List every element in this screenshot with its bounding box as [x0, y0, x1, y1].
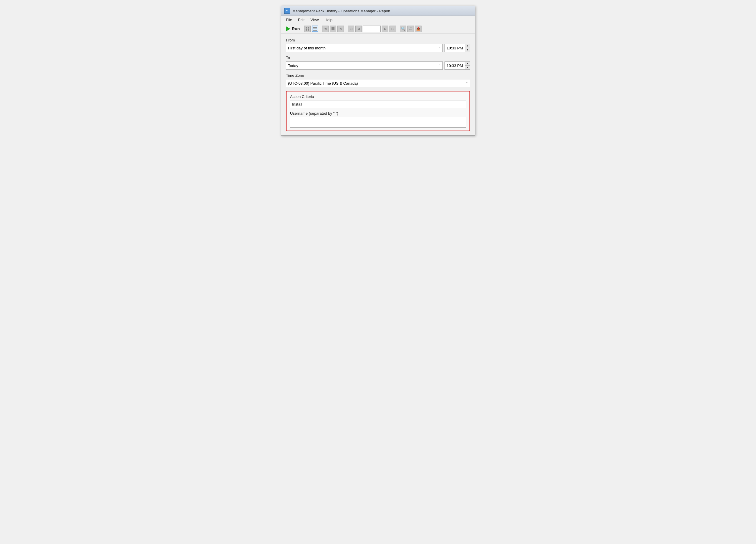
layout-button[interactable]: [312, 26, 318, 32]
next-icon: ▶: [384, 27, 386, 31]
username-input[interactable]: [290, 117, 466, 128]
to-time-group: ▲ ▼: [444, 61, 470, 70]
from-time-input[interactable]: [445, 44, 465, 52]
timezone-dropdown-arrow: ⌃: [466, 82, 468, 85]
to-dropdown[interactable]: Today ⌃: [286, 61, 443, 70]
prev-page-button[interactable]: ◀: [355, 26, 362, 32]
from-label: From: [286, 38, 470, 42]
svg-rect-5: [313, 29, 317, 29]
main-window: ~ Management Pack History - Operations M…: [281, 6, 475, 136]
from-time-spinner: ▲ ▼: [465, 44, 470, 52]
refresh-icon: ↻: [339, 27, 342, 31]
sep-2: [346, 26, 346, 32]
to-time-up[interactable]: ▲: [465, 62, 470, 66]
menu-bar: File Edit View Help: [281, 16, 475, 24]
to-dropdown-arrow: ⌃: [438, 64, 441, 67]
svg-rect-3: [308, 29, 309, 31]
first-page-button[interactable]: ⏮: [348, 26, 354, 32]
svg-rect-6: [313, 30, 317, 31]
to-dropdown-value: Today: [288, 64, 298, 68]
menu-view[interactable]: View: [308, 17, 321, 23]
sep-1: [320, 26, 320, 32]
from-dropdown[interactable]: First day of this month ⌃: [286, 44, 443, 52]
sep-3: [398, 26, 398, 32]
zoom-button[interactable]: 🔍: [400, 26, 406, 32]
from-row: First day of this month ⌃ ▲ ▼: [286, 44, 470, 52]
back-button[interactable]: [322, 26, 329, 32]
toolbar: Run: [281, 24, 475, 34]
from-dropdown-value: First day of this month: [288, 46, 326, 50]
from-time-down[interactable]: ▼: [465, 48, 470, 52]
menu-edit[interactable]: Edit: [296, 17, 307, 23]
action-criteria-section: Action Criteria Install Username (separa…: [286, 91, 470, 131]
action-criteria-value: Install: [290, 101, 466, 108]
svg-rect-1: [308, 27, 309, 29]
to-row: Today ⌃ ▲ ▼: [286, 61, 470, 70]
svg-rect-4: [313, 27, 317, 28]
menu-file[interactable]: File: [284, 17, 294, 23]
from-time-group: ▲ ▼: [444, 44, 470, 52]
run-button[interactable]: Run: [283, 25, 303, 32]
first-icon: ⏮: [349, 27, 353, 31]
grid-icon: [305, 27, 309, 31]
back-icon: [324, 27, 327, 31]
username-label: Username (separated by ";"): [290, 111, 466, 116]
svg-marker-7: [324, 28, 327, 30]
app-icon: ~: [284, 8, 290, 14]
from-dropdown-arrow: ⌃: [438, 46, 441, 50]
print-button[interactable]: 🖨: [407, 26, 414, 32]
export-icon: 📤: [416, 27, 421, 31]
svg-rect-0: [306, 27, 307, 29]
print-icon: 🖨: [409, 27, 412, 31]
layout-icon: [313, 27, 317, 31]
refresh-button[interactable]: ↻: [337, 26, 344, 32]
action-criteria-label: Action Criteria: [290, 94, 466, 99]
timezone-row: Time Zone (UTC-08:00) Pacific Time (US &…: [286, 73, 470, 87]
run-label: Run: [292, 26, 300, 31]
last-icon: ⏭: [391, 27, 394, 31]
grid-view-button[interactable]: [304, 26, 311, 32]
page-number-input[interactable]: [363, 26, 381, 32]
timezone-label: Time Zone: [286, 73, 470, 78]
timezone-value: (UTC-08:00) Pacific Time (US & Canada): [288, 81, 358, 86]
title-bar: ~ Management Pack History - Operations M…: [281, 6, 475, 16]
to-time-input[interactable]: [445, 62, 465, 69]
to-time-down[interactable]: ▼: [465, 66, 470, 69]
stop-button[interactable]: [330, 26, 336, 32]
menu-help[interactable]: Help: [322, 17, 335, 23]
window-title: Management Pack History - Operations Man…: [292, 9, 390, 13]
timezone-dropdown[interactable]: (UTC-08:00) Pacific Time (US & Canada) ⌃: [286, 79, 470, 87]
svg-rect-2: [306, 29, 307, 31]
next-page-button[interactable]: ▶: [382, 26, 388, 32]
export-button[interactable]: 📤: [415, 26, 422, 32]
to-label: To: [286, 56, 470, 60]
to-time-spinner: ▲ ▼: [465, 62, 470, 69]
from-time-up[interactable]: ▲: [465, 44, 470, 48]
play-icon: [286, 26, 290, 31]
prev-icon: ◀: [357, 27, 360, 31]
zoom-icon: 🔍: [401, 27, 405, 31]
last-page-button[interactable]: ⏭: [389, 26, 396, 32]
form-content: From First day of this month ⌃ ▲ ▼ To To…: [281, 34, 475, 135]
